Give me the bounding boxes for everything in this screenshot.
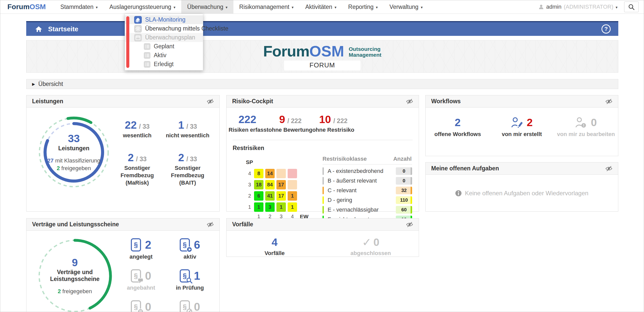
search-button[interactable]	[624, 2, 639, 12]
navbar-right: admin (ADMINISTRATOR) ▾	[538, 0, 644, 13]
heatmap-cell[interactable]: 84	[265, 180, 275, 189]
nav-label: Verwaltung	[389, 4, 418, 10]
app-logo[interactable]: ForumOSM	[7, 0, 46, 13]
heatmap-cell[interactable]	[288, 180, 297, 189]
restrisikoklasse-table: Restrisikoklasse Anzahl A - existenzbedr…	[323, 156, 412, 225]
heatmap-cell[interactable]: 18	[254, 180, 263, 189]
ueberwachung-dropdown: SLA-Monitoring Überwachung mittels Check…	[125, 14, 203, 70]
card-meine-offenen-aufgaben: Meine offenen Aufgaben Keine offenen Auf…	[425, 162, 618, 212]
card-header: Workflows	[426, 95, 618, 108]
stat-von-mir-zu-bearbeiten[interactable]: ! 0 von mir zu bearbeiten	[554, 115, 618, 138]
heatmap-cell[interactable]: 14	[265, 169, 275, 178]
chevron-down-icon: ▾	[226, 5, 228, 10]
stat-inaktiv[interactable]: § 0 inaktiv	[131, 300, 151, 312]
brand-forum: Forum	[7, 3, 30, 11]
stat-von-mir-erstellt[interactable]: 2 von mir erstellt	[490, 115, 554, 138]
hide-widget-button[interactable]	[605, 98, 612, 105]
stat-aktiv[interactable]: § 6 aktiv	[180, 238, 200, 260]
table-row[interactable]: C - relevant 32	[323, 187, 412, 194]
nav-label: Risikomanagement	[239, 4, 289, 10]
menu-item-geplant[interactable]: Geplant	[125, 42, 203, 51]
table-row[interactable]: D - gering 110	[323, 196, 412, 204]
user-icon	[538, 4, 544, 10]
card-header: Verträge und Leistungsscheine	[26, 218, 219, 231]
stat-risiken-erfasst[interactable]: 222 Risiken erfasst	[229, 114, 269, 134]
table-row[interactable]: A - existenzbedrohend 0	[323, 167, 412, 175]
hide-widget-button[interactable]	[207, 221, 214, 228]
heatmap-cell[interactable]: 1	[276, 202, 286, 212]
stat-fremdbezug-bait[interactable]: 2/ 33 Sonstiger Fremdbezug (BAIT)	[162, 152, 213, 186]
leistungen-donut-label: Leistungen	[58, 145, 90, 152]
help-button[interactable]: ?	[601, 24, 611, 34]
check-icon: ✓	[362, 237, 371, 248]
list-icon	[144, 43, 150, 50]
chevron-down-icon: ▾	[334, 5, 337, 10]
heatmap-cell[interactable]: 1	[288, 191, 297, 201]
stat-angelegt[interactable]: § 2 angelegt	[130, 238, 152, 260]
heatmap-cell[interactable]: 41	[265, 191, 275, 201]
stat-in-pruefung[interactable]: § 1 in Prüfung	[176, 269, 204, 291]
table-row[interactable]: B - äußerst relevant 0	[323, 177, 412, 185]
vertraege-donut: 9 Verträge undLeistungsscheine 2 freigeg…	[34, 235, 116, 312]
heatmap-cell[interactable]: 1	[254, 202, 263, 212]
menu-item-label: Aktiv	[154, 52, 166, 59]
paragraph-magnifier-icon: §	[180, 269, 190, 283]
user-menu[interactable]: admin (ADMINISTRATOR) ▾	[538, 4, 618, 10]
stat-ohne-bewertung[interactable]: 9/ 222 ohne Bewertung	[269, 114, 312, 134]
nav-item-stammdaten[interactable]: Stammdaten▾	[54, 0, 104, 13]
leistungen-total: 33	[68, 133, 80, 144]
chevron-down-icon: ▾	[292, 5, 294, 10]
paragraph-icon: §	[131, 238, 141, 251]
heatmap-cell[interactable]: 8	[254, 169, 263, 178]
leistungen-donut: 33 Leistungen 27 mit Klassifizierung 2 f…	[36, 114, 112, 190]
overview-toggle[interactable]: ▶ Übersicht	[26, 79, 618, 89]
menu-item-ueberwachung-checkliste[interactable]: Überwachung mittels Checkliste	[125, 24, 203, 33]
menu-item-sla-monitoring[interactable]: SLA-Monitoring	[125, 15, 203, 24]
nav-item-risikomanagement[interactable]: Risikomanagement▾	[233, 0, 299, 13]
eye-slash-icon	[406, 221, 413, 228]
stat-ohne-restrisiko[interactable]: 10/ 222 ohne Restrisiko	[312, 114, 354, 134]
stat-offene-workflows[interactable]: 2 offene Workflows	[426, 115, 490, 138]
hide-widget-button[interactable]	[406, 221, 413, 228]
stat-abgeschlossen[interactable]: ✓0 abgeschlossen	[323, 236, 419, 257]
restrisiken-label: Restrisiken	[233, 145, 419, 152]
card-title: Leistungen	[32, 98, 63, 105]
hide-widget-button[interactable]	[207, 98, 214, 105]
menu-item-ueberwachungsplan[interactable]: Überwachungsplan	[125, 33, 203, 42]
heatmap-cell[interactable]: 1	[288, 202, 297, 212]
nav-item-verwaltung[interactable]: Verwaltung▾	[384, 0, 428, 13]
eye-slash-icon	[605, 166, 612, 172]
stat-nicht-wesentlich[interactable]: 1/ 33 nicht wesentlich	[166, 120, 209, 139]
nav-item-aktivitaeten[interactable]: Aktivitäten▾	[299, 0, 342, 13]
stat-gekuendigt[interactable]: § 0 gekündigt	[176, 300, 203, 312]
heatmap-cell[interactable]	[288, 169, 297, 178]
stat-fremdbezug-marisk[interactable]: 2/ 33 Sonstiger Fremdbezug (MaRisk)	[112, 152, 162, 186]
hide-widget-button[interactable]	[406, 98, 413, 105]
user-edit-icon	[511, 117, 524, 128]
empty-text: Keine offenen Aufgaben oder Wiedervorlag…	[465, 190, 588, 197]
hide-widget-button[interactable]	[605, 166, 612, 172]
heatmap-cell[interactable]	[276, 169, 286, 178]
svg-text:!: !	[583, 123, 584, 127]
stat-angebahnt[interactable]: § 0 angebahnt	[127, 269, 155, 291]
menu-item-erledigt[interactable]: Erledigt	[125, 60, 203, 69]
stat-wesentlich[interactable]: 22/ 33 wesentlich	[123, 120, 151, 139]
home-icon	[35, 26, 43, 33]
heatmap-cell[interactable]: 17	[276, 180, 286, 189]
help-icon: ?	[604, 26, 608, 32]
menu-item-aktiv[interactable]: Aktiv	[125, 51, 203, 60]
heatmap-cell[interactable]: 3	[265, 202, 275, 212]
heatmap-cell[interactable]: 6	[254, 191, 263, 201]
nav-item-ueberwachung[interactable]: Überwachung▾	[181, 0, 233, 13]
nav-item-reporting[interactable]: Reporting▾	[342, 0, 384, 13]
class-color-bar	[323, 187, 324, 194]
nav-item-auslagerungssteuerung[interactable]: Auslagerungssteuerung▾	[104, 0, 181, 13]
nav-label: Auslagerungssteuerung	[109, 4, 171, 10]
eye-slash-icon	[207, 221, 214, 228]
list-icon	[144, 61, 150, 68]
count-badge: 60	[396, 206, 412, 214]
table-row[interactable]: E - vernachlässigbar 60	[323, 206, 412, 214]
stat-vorfaelle[interactable]: 4 Vorfälle	[227, 236, 323, 257]
heatmap-cell[interactable]: 17	[276, 191, 286, 201]
card-header: Risiko-Cockpit	[227, 95, 419, 108]
